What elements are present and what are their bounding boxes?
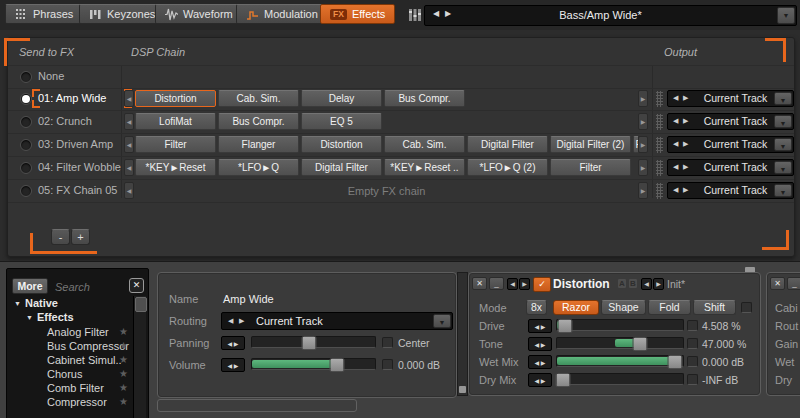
panning-stepper[interactable]: ◀ ▶: [221, 336, 245, 350]
prev-arrow-icon[interactable]: ◀: [228, 317, 233, 325]
tone-checkbox[interactable]: [687, 338, 698, 349]
device-button[interactable]: Delay: [301, 90, 382, 107]
output-select[interactable]: ◀ ▶ Current Track ▼: [667, 182, 794, 199]
close-icon[interactable]: ✕: [472, 277, 487, 290]
slider-handle[interactable]: [301, 336, 316, 350]
device-button[interactable]: Bus Compr.: [384, 90, 465, 107]
chain-name[interactable]: 02: Crunch: [38, 111, 92, 132]
fx-chain-row-03[interactable]: 03: Driven Amp ◀ Filter Flanger Distorti…: [8, 134, 794, 157]
output-select[interactable]: ◀ ▶ Current Track ▼: [667, 90, 794, 107]
scroll-left-icon[interactable]: ◀: [124, 182, 134, 199]
device-enabled-checkbox[interactable]: ✓: [533, 277, 551, 292]
tab-effects[interactable]: FX Effects: [320, 4, 395, 24]
tree-item[interactable]: Cabinet Simul..: [47, 354, 122, 366]
send-radio[interactable]: [20, 139, 32, 151]
mode-razor-button[interactable]: Razor: [553, 300, 599, 315]
drag-grip-icon[interactable]: [656, 137, 663, 153]
mode-shift-button[interactable]: Shift: [693, 300, 736, 315]
favorite-star-icon[interactable]: ★: [119, 354, 128, 365]
dropdown-button[interactable]: ▼: [774, 184, 792, 197]
tree-item[interactable]: Bus Compressor: [47, 340, 129, 352]
tab-waveform[interactable]: Waveform: [155, 4, 243, 24]
close-icon[interactable]: ✕: [770, 277, 785, 290]
device-button[interactable]: *KEY►Reset ..: [384, 159, 465, 176]
vertical-scrollbar[interactable]: [457, 272, 468, 396]
remove-chain-button[interactable]: -: [51, 229, 70, 245]
slider-handle[interactable]: [557, 319, 572, 333]
dropdown-button[interactable]: ▼: [774, 115, 792, 128]
chain-name[interactable]: 05: FX Chain 05: [38, 180, 118, 201]
tab-keyzones[interactable]: Keyzones: [79, 4, 165, 24]
favorite-star-icon[interactable]: ★: [119, 340, 128, 351]
device-button[interactable]: Digital Filter (2): [550, 136, 631, 153]
device-button[interactable]: Bus Compr.: [218, 113, 299, 130]
oversample-button[interactable]: 8x: [526, 300, 547, 315]
scrollbar-thumb[interactable]: [135, 297, 147, 312]
favorite-star-icon[interactable]: ★: [119, 326, 128, 337]
scroll-right-icon[interactable]: ▶: [638, 90, 648, 107]
next-arrow-icon[interactable]: ▶: [683, 163, 688, 171]
device-button[interactable]: Distortion: [301, 136, 382, 153]
dry-mix-stepper[interactable]: ◀ ▶: [528, 373, 552, 387]
output-select[interactable]: ◀ ▶ Current Track ▼: [667, 113, 794, 130]
send-radio[interactable]: [20, 71, 32, 83]
prev-arrow-icon[interactable]: ◀: [673, 186, 678, 194]
send-radio[interactable]: [20, 185, 32, 197]
fx-chain-row-05[interactable]: 05: FX Chain 05 ◀ Empty FX chain ▶ ◀ ▶ C…: [8, 180, 794, 203]
tone-stepper[interactable]: ◀ ▶: [528, 337, 552, 351]
dropdown-button[interactable]: ▼: [777, 7, 795, 24]
tone-slider[interactable]: [556, 337, 684, 349]
scroll-right-icon[interactable]: ▶: [638, 182, 648, 199]
next-preset-icon[interactable]: ▶: [653, 278, 664, 290]
volume-stepper[interactable]: ◀ ▶: [221, 358, 245, 372]
instrument-selector[interactable]: ◀ ▶ Bass/Amp Wide* ▼: [424, 5, 797, 26]
collapse-triangle-icon[interactable]: ▼: [26, 314, 33, 321]
device-button[interactable]: *KEY►Reset: [135, 159, 216, 176]
scroll-left-icon[interactable]: ◀: [124, 90, 134, 107]
scroll-left-icon[interactable]: ◀: [124, 136, 134, 153]
next-arrow-icon[interactable]: ▶: [683, 117, 688, 125]
tree-item[interactable]: Comb Filter: [47, 382, 104, 394]
device-button[interactable]: *LFO►Q: [218, 159, 299, 176]
device-button[interactable]: Cab. Sim.: [384, 136, 465, 153]
favorite-star-icon[interactable]: ★: [119, 382, 128, 393]
output-select[interactable]: ◀ ▶ Current Track ▼: [667, 159, 794, 176]
tree-item[interactable]: Chorus: [47, 368, 82, 380]
minimize-icon[interactable]: _: [787, 277, 800, 290]
panning-slider[interactable]: [251, 336, 376, 348]
routing-select[interactable]: ◀ ▶ Current Track ▼: [221, 312, 453, 330]
mode-fold-button[interactable]: Fold: [648, 300, 691, 315]
more-button[interactable]: More: [12, 278, 48, 294]
device-button[interactable]: Digital Filter: [467, 136, 548, 153]
panning-checkbox[interactable]: [382, 337, 393, 348]
prev-device-icon[interactable]: ◀: [507, 278, 518, 290]
device-button[interactable]: Flanger: [218, 136, 299, 153]
device-button[interactable]: LofiMat: [135, 113, 216, 130]
slider-handle[interactable]: [668, 355, 683, 369]
horizontal-scrollbar[interactable]: [157, 399, 357, 412]
next-arrow-icon[interactable]: ▶: [683, 94, 688, 102]
dropdown-button[interactable]: ▼: [774, 92, 792, 105]
device-button[interactable]: EQ 5: [301, 113, 382, 130]
prev-arrow-icon[interactable]: ◀: [673, 140, 678, 148]
close-icon[interactable]: ✕: [129, 278, 144, 293]
output-select[interactable]: ◀ ▶ Current Track ▼: [667, 136, 794, 153]
next-arrow-icon[interactable]: ▶: [683, 186, 688, 194]
prev-arrow-icon[interactable]: ◀: [673, 94, 678, 102]
scroll-right-icon[interactable]: ▶: [638, 113, 648, 130]
chain-name-value[interactable]: Amp Wide: [223, 293, 274, 305]
browser-scrollbar[interactable]: [133, 296, 146, 418]
prev-arrow-icon[interactable]: ◀: [673, 117, 678, 125]
fx-chain-row-04[interactable]: 04: Filter Wobble ◀ *KEY►Reset *LFO►Q Di…: [8, 157, 794, 180]
add-chain-button[interactable]: +: [71, 229, 90, 245]
search-input[interactable]: [53, 278, 127, 296]
tab-modulation[interactable]: Modulation: [236, 4, 328, 24]
send-radio[interactable]: [20, 93, 32, 105]
tree-node-native[interactable]: ▼Native: [14, 297, 58, 309]
dry-mix-slider[interactable]: [556, 373, 684, 385]
dry-mix-checkbox[interactable]: [687, 374, 698, 385]
send-radio[interactable]: [20, 162, 32, 174]
dropdown-button[interactable]: ▼: [774, 161, 792, 174]
device-button[interactable]: Digital Filter: [301, 159, 382, 176]
slider-handle[interactable]: [329, 358, 344, 372]
